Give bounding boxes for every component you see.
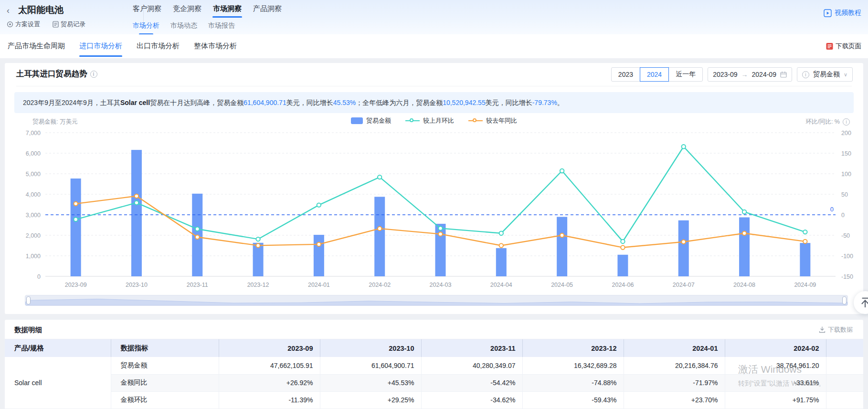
legend-item-贸易金额[interactable]: 贸易金额 <box>351 116 391 125</box>
date-end-value: 2024-09 <box>752 71 776 78</box>
datazoom-left-handle[interactable] <box>26 296 31 304</box>
point-较去年同比-2024-04[interactable] <box>499 243 503 247</box>
nav-进口市场分析[interactable]: 进口市场分析 <box>79 34 122 58</box>
date-range-picker[interactable]: 2023-09 → 2024-09 <box>708 67 792 82</box>
chart-title-text: 土耳其进口贸易趋势 <box>16 69 87 79</box>
tab-产品洞察[interactable]: 产品洞察 <box>253 4 282 18</box>
metric-select[interactable]: i 贸易金额 ∨ <box>797 67 853 82</box>
scheme-settings-button[interactable]: 方案设置 <box>7 20 40 29</box>
bar-2024-08[interactable] <box>739 217 750 276</box>
x-axis-label: 2024-08 <box>733 282 755 288</box>
summary-highlight-value: 45.53% <box>333 99 356 106</box>
point-较上月环比-2024-01[interactable] <box>317 203 321 207</box>
legend-item-较上月环比[interactable]: 较上月环比 <box>405 116 454 125</box>
point-较去年同比-2023-10[interactable] <box>135 194 138 198</box>
point-较去年同比-2024-08[interactable] <box>742 231 746 235</box>
trade-records-button[interactable]: 贸易记录 <box>53 20 85 29</box>
tab-市场洞察[interactable]: 市场洞察 <box>213 4 242 18</box>
point-较上月环比-2024-08[interactable] <box>742 210 746 214</box>
trend-bar-line-chart[interactable]: 7,0002006,0001505,0001004,000503,00002,0… <box>5 126 863 291</box>
data-detail-title: 数据明细 <box>14 325 42 335</box>
table-row-贸易金额: Solar cell贸易金额47,662,105.9161,604,900.71… <box>5 357 863 374</box>
point-较去年同比-2023-11[interactable] <box>195 235 199 239</box>
point-较去年同比-2024-02[interactable] <box>378 227 381 231</box>
empty-cell <box>826 357 863 374</box>
bar-2024-01[interactable] <box>314 235 324 276</box>
point-较上月环比-2024-02[interactable] <box>378 175 381 179</box>
market-sub-tabs: 市场分析市场动态市场报告 <box>133 21 235 35</box>
x-axis-label: 2024-06 <box>612 282 634 288</box>
col-header-2023-10: 2023-10 <box>320 339 421 357</box>
cell-金额环比-2023-12: -59.43% <box>522 391 624 409</box>
point-较去年同比-2023-09[interactable] <box>74 202 77 206</box>
point-较去年同比-2024-01[interactable] <box>317 242 321 246</box>
left-axis-tick: 5,000 <box>26 171 41 178</box>
bar-2023-09[interactable] <box>71 178 81 276</box>
point-较去年同比-2024-09[interactable] <box>803 240 807 243</box>
info-icon: i <box>802 71 809 78</box>
point-较上月环比-2024-04[interactable] <box>499 231 503 235</box>
subtab-市场分析[interactable]: 市场分析 <box>133 21 159 35</box>
point-较去年同比-2024-03[interactable] <box>438 232 442 236</box>
bar-2024-09[interactable] <box>800 243 810 276</box>
x-axis-label: 2023-10 <box>126 282 148 288</box>
download-page-button[interactable]: 下载页面 <box>826 42 861 51</box>
summary-text: 美元，同比增长 <box>486 99 532 106</box>
datazoom-right-handle[interactable] <box>842 296 847 304</box>
point-较去年同比-2024-07[interactable] <box>682 240 686 244</box>
nav-产品市场生命周期[interactable]: 产品市场生命周期 <box>8 34 65 58</box>
back-icon[interactable]: ‹ <box>7 6 10 16</box>
tab-竞企洞察[interactable]: 竞企洞察 <box>173 4 201 18</box>
info-icon[interactable]: i <box>90 71 97 78</box>
trend-chart-card: 土耳其进口贸易趋势 i 20232024近一年 2023-09 → 2024-0… <box>5 63 863 314</box>
cell-金额同比-2023-09: +26.92% <box>219 374 320 391</box>
col-header-2024-01: 2024-01 <box>624 339 725 357</box>
point-较上月环比-2024-06[interactable] <box>621 240 625 243</box>
col-header-2023-11: 2023-11 <box>421 339 522 357</box>
point-较上月环比-2023-11[interactable] <box>195 227 199 231</box>
year-button-2023[interactable]: 2023 <box>611 67 640 82</box>
empty-cell <box>826 374 863 391</box>
datazoom-preview-wave <box>25 295 847 305</box>
analysis-nav-items: 产品市场生命周期进口市场分析出口市场分析整体市场分析 <box>0 34 237 58</box>
year-button-2024[interactable]: 2024 <box>640 67 669 82</box>
col-header-metric: 数据指标 <box>111 339 219 357</box>
bar-2024-02[interactable] <box>374 197 385 276</box>
point-较去年同比-2024-05[interactable] <box>560 233 564 237</box>
chart-controls: 20232024近一年 2023-09 → 2024-09 i 贸易金额 ∨ <box>611 67 853 82</box>
point-较上月环比-2023-12[interactable] <box>256 237 260 241</box>
info-icon[interactable]: i <box>843 118 850 126</box>
x-axis-label: 2024-09 <box>794 282 816 288</box>
legend-item-较去年同比[interactable]: 较去年同比 <box>468 116 517 125</box>
year-button-近一年[interactable]: 近一年 <box>668 67 703 82</box>
nav-出口市场分析[interactable]: 出口市场分析 <box>137 34 180 58</box>
right-axis-tick: 150 <box>841 150 851 157</box>
cell-金额环比-2023-10: +29.25% <box>320 391 421 409</box>
right-axis-tick: 100 <box>841 171 851 178</box>
summary-highlight-value: 10,520,942.55 <box>443 99 486 106</box>
subtab-市场报告[interactable]: 市场报告 <box>208 21 235 35</box>
point-较上月环比-2023-10[interactable] <box>135 201 138 205</box>
point-较上月环比-2023-09[interactable] <box>74 218 77 221</box>
point-较去年同比-2023-12[interactable] <box>256 243 260 247</box>
point-较去年同比-2024-06[interactable] <box>621 245 625 249</box>
nav-整体市场分析[interactable]: 整体市场分析 <box>194 34 237 58</box>
bar-2024-05[interactable] <box>557 217 567 276</box>
bar-2023-10[interactable] <box>131 150 142 276</box>
trade-records-label: 贸易记录 <box>61 20 85 29</box>
left-axis-tick: 4,000 <box>26 191 41 198</box>
bar-2024-06[interactable] <box>617 255 628 276</box>
video-tutorial-button[interactable]: 视频教程 <box>824 9 861 17</box>
x-axis-label: 2023-11 <box>187 282 208 288</box>
point-较上月环比-2024-07[interactable] <box>682 145 686 148</box>
product-cell: Solar cell <box>5 357 111 409</box>
bar-2024-07[interactable] <box>678 220 689 276</box>
tab-客户洞察[interactable]: 客户洞察 <box>133 4 161 18</box>
point-较上月环比-2024-09[interactable] <box>803 230 807 234</box>
point-较上月环比-2024-03[interactable] <box>438 226 442 230</box>
subtab-市场动态[interactable]: 市场动态 <box>170 21 197 35</box>
download-data-button[interactable]: 下载数据 <box>819 325 853 334</box>
datazoom-slider[interactable] <box>25 295 848 306</box>
bar-2024-04[interactable] <box>496 248 507 276</box>
point-较上月环比-2024-05[interactable] <box>560 169 564 173</box>
